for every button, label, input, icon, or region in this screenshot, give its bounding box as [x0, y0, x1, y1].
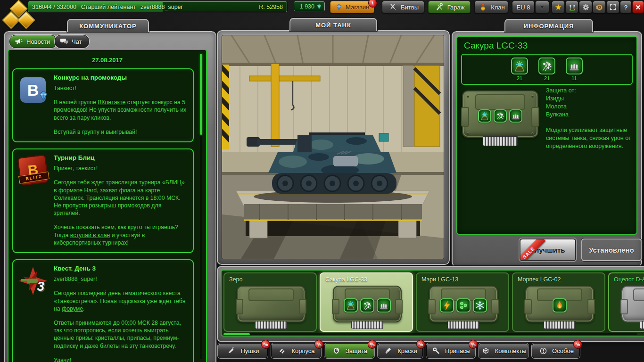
hangar-scene	[222, 35, 444, 259]
protection-heading: Защита от:	[546, 87, 576, 95]
shop-gem-icon	[335, 3, 343, 11]
text-segment: В нашей группе	[54, 99, 98, 106]
category-label: Особое	[552, 347, 574, 354]
vulcan-protection-icon	[509, 109, 522, 123]
chat-tab-button[interactable]: Чат	[55, 35, 89, 48]
chat-tab-label: Чат	[72, 38, 82, 45]
news-paragraph: Сегодня последний день тематического кве…	[54, 289, 187, 313]
module-side-tab	[461, 107, 469, 127]
battles-button[interactable]: Битвы	[382, 1, 424, 13]
category-label: Корпуса	[291, 347, 314, 354]
help-button[interactable]: ?	[620, 1, 632, 13]
category-label: Пушки	[240, 347, 259, 354]
news-paragraph: Вступай в группу и выигрывай!	[54, 128, 187, 136]
garage-item-morpeh[interactable]: Морпех LGC-02	[512, 272, 605, 332]
carousel-scrollbar-track[interactable]	[223, 333, 637, 335]
carousel-scrollbar-thumb[interactable]	[223, 333, 250, 335]
module-pins	[483, 136, 518, 146]
news-title: Конкурс на промокоды	[54, 74, 187, 81]
hammer-protection-icon	[360, 298, 374, 313]
blitz-news-icon: B BLITZ	[18, 156, 48, 185]
garage-item-sakura[interactable]: Сакура LGC-33	[320, 272, 413, 332]
hammer-protection-icon	[538, 58, 555, 74]
shield-icon	[331, 346, 342, 356]
category-label: Защита	[346, 347, 367, 354]
screw-icon	[467, 95, 469, 98]
clan-button[interactable]: Клан	[474, 1, 508, 13]
garage-item-mary[interactable]: Мэри LGC-13	[416, 272, 509, 332]
installed-button[interactable]: Установлено	[581, 239, 642, 261]
communicator-title: КОММУНИКАТОР	[79, 23, 137, 30]
news-scrollbar-track[interactable]	[200, 53, 202, 359]
forum-link[interactable]: форуме	[62, 305, 83, 312]
battles-label: Битвы	[401, 4, 419, 11]
quest-news-icon: 3	[18, 266, 48, 296]
blitz-link[interactable]: «БЛИЦ»	[162, 179, 185, 186]
news-title: Турнир Блиц	[54, 154, 187, 161]
module-preview-image	[462, 90, 538, 146]
events-button[interactable]	[565, 1, 578, 13]
stat-cell: 11	[566, 58, 583, 81]
news-paragraph: Танкист!	[54, 84, 187, 92]
shop-button[interactable]: Магазин !	[330, 1, 374, 13]
category-special[interactable]: Особое %	[532, 343, 580, 358]
text-segment: в формате Hard, захват флага на карте Со…	[54, 187, 181, 217]
stat-value: 21	[517, 75, 522, 81]
username: zver8888_super	[140, 4, 183, 10]
news-card[interactable]: 3 Квест. День 3 zver8888_super! Сегодня …	[12, 259, 194, 362]
garage-button[interactable]: Гараж	[428, 1, 471, 13]
category-kits[interactable]: Комплекты	[479, 343, 528, 358]
category-supplies[interactable]: Припасы %	[426, 343, 475, 358]
garage-item-zero[interactable]: Зеро	[223, 272, 317, 332]
settings-button[interactable]	[579, 1, 592, 13]
server-dropdown-button[interactable]: ▼	[535, 1, 549, 13]
sound-button[interactable]	[593, 1, 606, 13]
fire-protection-icon	[553, 298, 567, 313]
crystal-counter[interactable]: 1 930	[294, 1, 325, 11]
news-tab-label: Новости	[26, 38, 50, 45]
news-scrollbar-thumb[interactable]	[200, 54, 202, 135]
vkontakte-link[interactable]: ВКонтакте	[98, 99, 125, 106]
join-clan-link[interactable]: вступай в клан	[70, 232, 110, 239]
news-card[interactable]: В Конкурс на промокоды Танкист! В нашей …	[12, 68, 194, 142]
category-label: Комплекты	[495, 347, 527, 354]
protection-item: Молота	[546, 103, 567, 111]
news-feed: 27.08.2017 В Конкурс на промокоды Танкис…	[8, 49, 207, 362]
text-segment: Сегодня тебя ждет трансляция турнира	[54, 179, 162, 186]
paintbrush-icon	[383, 346, 394, 356]
fullscreen-button[interactable]	[606, 1, 619, 13]
category-protection[interactable]: Защита %	[324, 343, 374, 358]
category-hulls[interactable]: Корпуса %	[271, 343, 321, 358]
vulcan-protection-icon	[377, 298, 391, 313]
megaphone-icon	[15, 37, 23, 46]
server-selector[interactable]: EU 8	[512, 1, 535, 13]
freeze-protection-icon	[473, 298, 487, 313]
quest-day-number: 3	[37, 279, 44, 294]
garage-item-ocelot[interactable]: Оцелот D-A	[608, 272, 644, 332]
garage-label: Гараж	[447, 4, 465, 11]
upgrade-button[interactable]: Улучшить SALE	[520, 239, 576, 261]
news-card[interactable]: B BLITZ Турнир Блиц Привет, танкист! Сег…	[12, 148, 194, 253]
star-icon: ★	[554, 2, 561, 12]
crystal-icon	[37, 87, 50, 106]
stat-value: 11	[571, 75, 577, 81]
close-button[interactable]	[632, 1, 644, 13]
chat-bubbles-icon	[60, 37, 68, 46]
rating-star-button[interactable]: ★	[552, 1, 565, 13]
category-paints[interactable]: Краски %	[378, 343, 423, 358]
category-guns[interactable]: Пушки %	[218, 343, 268, 358]
news-title: Квест. День 3	[54, 265, 187, 272]
news-paragraph: Привет, танкист!	[54, 165, 187, 172]
tank-preview[interactable]	[222, 35, 444, 259]
vulcan-protection-icon	[566, 58, 583, 74]
module-thumbnail	[621, 286, 644, 329]
news-tab-button[interactable]: Новости	[9, 35, 57, 48]
shop-label: Магазин	[346, 4, 369, 11]
text-segment: .	[83, 305, 84, 312]
crossed-swords-icon	[388, 2, 398, 12]
module-thumbnail	[333, 286, 402, 329]
my-tank-title: МОЙ ТАНК	[315, 22, 351, 29]
garage-item-name: Морпех LGC-02	[513, 273, 604, 283]
category-label: Краски	[397, 347, 417, 354]
info-title-label: ИНФОРМАЦИЯ	[524, 23, 574, 30]
